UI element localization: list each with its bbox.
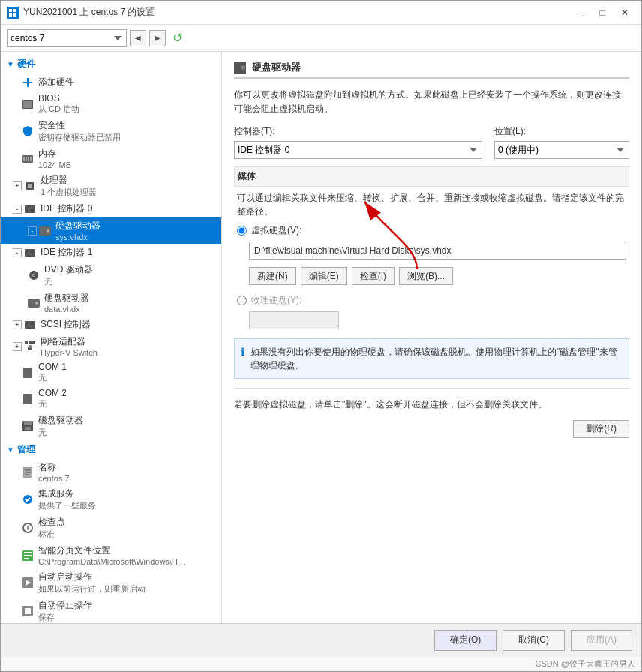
- vhd-radio-label[interactable]: 虚拟硬盘(V):: [251, 224, 302, 237]
- bios-label: BIOS: [38, 93, 80, 104]
- sidebar-item-name[interactable]: 名称 centos 7: [1, 459, 221, 485]
- management-label: 管理: [17, 443, 35, 456]
- scsi-icon: [24, 319, 36, 331]
- svg-rect-43: [24, 552, 32, 554]
- minimize-button[interactable]: ─: [569, 4, 590, 21]
- scsi-label: SCSI 控制器: [40, 318, 91, 331]
- sidebar-item-diskette[interactable]: 磁盘驱动器 无: [1, 412, 221, 440]
- close-button[interactable]: ✕: [614, 4, 635, 21]
- smartpaging-icon: [22, 550, 34, 562]
- add-icon: [22, 76, 34, 88]
- com2-label: COM 2: [38, 388, 67, 398]
- physical-radio-label[interactable]: 物理硬盘(Y):: [251, 294, 302, 307]
- expand-icon-network[interactable]: +: [13, 342, 22, 351]
- svg-rect-3: [9, 14, 12, 16]
- vhd-radio-row: 虚拟硬盘(V):: [234, 224, 629, 237]
- chevron-down-icon-mgmt: ▼: [7, 446, 14, 454]
- edit-button[interactable]: 编辑(E): [301, 267, 347, 285]
- vm-select[interactable]: centos 7: [7, 29, 127, 47]
- sidebar-item-dvd[interactable]: DVD 驱动器 无: [1, 261, 221, 290]
- name-label: 名称: [38, 461, 70, 474]
- maximize-button[interactable]: □: [592, 4, 613, 21]
- sidebar-item-autostop[interactable]: 自动停止操作 保存: [1, 597, 221, 623]
- svg-rect-4: [14, 14, 16, 16]
- sidebar-item-add-hardware[interactable]: 添加硬件: [1, 74, 221, 91]
- svg-rect-12: [28, 157, 29, 161]
- chevron-down-icon: ▼: [7, 60, 14, 68]
- expand-icon[interactable]: +: [13, 182, 22, 190]
- svg-rect-8: [23, 100, 32, 108]
- sidebar-item-smartpaging[interactable]: 智能分页文件位置 C:\ProgramData\Microsoft\Window…: [1, 542, 221, 568]
- physical-radio[interactable]: [237, 296, 247, 305]
- cancel-button[interactable]: 取消(C): [502, 630, 565, 651]
- sidebar-item-processor[interactable]: + 处理器 1 个虚拟处理器: [1, 172, 221, 200]
- checkpoint-label: 检查点: [38, 516, 65, 529]
- sidebar-item-integration[interactable]: 集成服务 提供了一些服务: [1, 485, 221, 514]
- check-button[interactable]: 检查(I): [352, 267, 394, 285]
- management-section-header[interactable]: ▼ 管理: [1, 440, 221, 459]
- media-section: 媒体 可以通过编辑关联文件来压缩、转换、扩展、合并、重新连接或收缩虚拟磁盘。请指…: [234, 166, 629, 379]
- checkpoint-sub: 标准: [38, 529, 65, 540]
- hardware-section-header[interactable]: ▼ 硬件: [1, 55, 221, 74]
- nav-forward-button[interactable]: ▶: [149, 30, 166, 46]
- sidebar-item-hdd[interactable]: - 硬盘驱动器 sys.vhdx: [1, 218, 221, 244]
- info-icon: ℹ: [241, 346, 244, 358]
- sidebar-item-autostart[interactable]: 自动启动操作 如果以前运行过，则重新启动: [1, 568, 221, 597]
- ok-button[interactable]: 确定(O): [434, 630, 496, 651]
- main-content: ▼ 硬件 添加硬件 BIOS 从 CD 启动: [1, 52, 641, 623]
- svg-rect-10: [23, 157, 25, 161]
- vhd-path-input[interactable]: [249, 242, 626, 260]
- diskette-label: 磁盘驱动器: [38, 414, 83, 427]
- sidebar-item-checkpoint[interactable]: 检查点 标准: [1, 514, 221, 542]
- svg-point-52: [243, 67, 244, 68]
- position-select[interactable]: 0 (使用中): [494, 141, 629, 159]
- expand-icon-hdd[interactable]: -: [28, 226, 37, 236]
- svg-rect-28: [25, 341, 28, 344]
- nav-back-button[interactable]: ◀: [130, 30, 146, 46]
- autostop-icon: [22, 605, 34, 617]
- sidebar-item-memory[interactable]: 内存 1024 MB: [1, 146, 221, 172]
- dvd-label: DVD 驱动器: [44, 263, 93, 276]
- svg-rect-11: [26, 157, 27, 161]
- sidebar-item-ide0[interactable]: - IDE 控制器 0: [1, 200, 221, 218]
- path-row: [234, 242, 629, 260]
- network-icon: [24, 340, 36, 352]
- expand-icon-scsi[interactable]: +: [13, 320, 22, 329]
- sidebar-item-scsi[interactable]: + SCSI 控制器: [1, 316, 221, 333]
- sidebar-item-ide1[interactable]: - IDE 控制器 1: [1, 244, 221, 261]
- new-button[interactable]: 新建(N): [249, 267, 296, 285]
- sidebar-item-com1[interactable]: COM 1 无: [1, 359, 221, 386]
- apply-button[interactable]: 应用(A): [571, 630, 632, 651]
- bios-sub: 从 CD 启动: [38, 104, 80, 115]
- hdd-sub: sys.vhdx: [56, 232, 100, 242]
- svg-rect-2: [14, 9, 16, 12]
- network-label: 网络适配器: [40, 335, 98, 348]
- window-title: YUN2021001 上 centos 7 的设置: [23, 6, 569, 19]
- memory-sub: 1024 MB: [38, 160, 71, 170]
- svg-rect-25: [25, 321, 35, 328]
- expand-icon-ide1[interactable]: -: [13, 248, 22, 257]
- smartpaging-label: 智能分页文件位置: [38, 544, 188, 557]
- delete-button[interactable]: 删除(R): [573, 420, 629, 438]
- right-panel: 硬盘驱动器 你可以更改将虚拟磁盘附加到虚拟机的方式。如果此磁盘上已经安装了一个操…: [222, 52, 641, 623]
- autostart-icon: [22, 577, 34, 589]
- panel-title: 硬盘驱动器: [252, 61, 301, 74]
- sidebar-item-security[interactable]: 安全性 密钥存储驱动器已禁用: [1, 117, 221, 146]
- delete-text: 若要删除虚拟磁盘，请单击"删除"。这会断开磁盘连接，但不会删除关联文件。: [234, 398, 629, 412]
- watermark-text: CSDN @饺子大魔王的男人: [536, 659, 635, 668]
- physical-disk-select: [249, 311, 339, 329]
- browse-button[interactable]: 浏览(B)...: [399, 267, 453, 285]
- sidebar-item-com2[interactable]: COM 2 无: [1, 386, 221, 412]
- title-bar: YUN2021001 上 centos 7 的设置 ─ □ ✕: [1, 1, 641, 25]
- integration-icon: [22, 494, 34, 506]
- vhd-radio[interactable]: [237, 226, 247, 236]
- expand-icon-ide0[interactable]: -: [13, 205, 22, 214]
- refresh-button[interactable]: ↺: [169, 30, 185, 46]
- hardware-label: 硬件: [17, 58, 35, 70]
- sidebar-item-bios[interactable]: BIOS 从 CD 启动: [1, 91, 221, 117]
- hdd2-label: 硬盘驱动器: [44, 292, 89, 304]
- name-sub: centos 7: [38, 474, 70, 483]
- controller-select[interactable]: IDE 控制器 0: [234, 141, 482, 159]
- sidebar-item-network[interactable]: + 网络适配器 Hyper-V Switch: [1, 333, 221, 359]
- sidebar-item-hdd2[interactable]: 硬盘驱动器 data.vhdx: [1, 290, 221, 316]
